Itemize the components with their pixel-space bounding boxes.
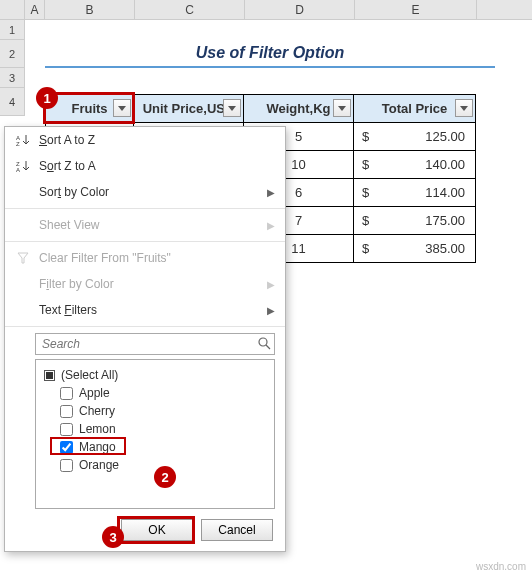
check-item-lemon[interactable]: Lemon bbox=[60, 420, 266, 438]
checkbox[interactable] bbox=[60, 423, 73, 436]
menu-filter-color: Filter by Color ▶ bbox=[5, 271, 285, 297]
clear-filter-icon bbox=[13, 251, 33, 265]
filter-button-total[interactable] bbox=[455, 99, 473, 117]
callout-badge-1: 1 bbox=[36, 87, 58, 109]
svg-line-5 bbox=[266, 345, 270, 349]
menu-text-filters-label: Text Filters bbox=[39, 303, 97, 317]
check-item-label: Orange bbox=[79, 458, 119, 472]
check-item-label: Apple bbox=[79, 386, 110, 400]
header-unit[interactable]: Unit Price,USD bbox=[134, 95, 244, 123]
cell-total[interactable]: $140.00 bbox=[354, 151, 476, 179]
filter-button-unit[interactable] bbox=[223, 99, 241, 117]
menu-clear-filter-label: Clear Filter From "Fruits" bbox=[39, 251, 171, 265]
col-B[interactable]: B bbox=[45, 0, 135, 19]
check-item-apple[interactable]: Apple bbox=[60, 384, 266, 402]
cell-total[interactable]: $175.00 bbox=[354, 207, 476, 235]
menu-text-filters[interactable]: Text Filters ▶ bbox=[5, 297, 285, 323]
cancel-button[interactable]: Cancel bbox=[201, 519, 273, 541]
header-total[interactable]: Total Price bbox=[354, 95, 476, 123]
col-A[interactable]: A bbox=[25, 0, 45, 19]
chevron-right-icon: ▶ bbox=[267, 220, 275, 231]
checkbox[interactable] bbox=[60, 459, 73, 472]
check-select-all[interactable]: (Select All) bbox=[44, 366, 266, 384]
chevron-right-icon: ▶ bbox=[267, 187, 275, 198]
svg-text:A: A bbox=[16, 167, 20, 173]
row-4[interactable]: 4 bbox=[0, 88, 25, 116]
chevron-right-icon: ▶ bbox=[267, 279, 275, 290]
header-weight-label: Weight,Kg bbox=[266, 101, 330, 116]
menu-sort-az[interactable]: AZ Sort A to Z bbox=[5, 127, 285, 153]
callout-badge-3: 3 bbox=[102, 526, 124, 548]
check-item-label: Cherry bbox=[79, 404, 115, 418]
menu-separator bbox=[5, 208, 285, 209]
filter-checklist: (Select All) Apple Cherry Lemon Mango Or… bbox=[35, 359, 275, 509]
watermark: wsxdn.com bbox=[476, 561, 526, 572]
column-headers: A B C D E bbox=[0, 0, 532, 20]
callout-badge-2: 2 bbox=[154, 466, 176, 488]
svg-text:Z: Z bbox=[16, 141, 20, 147]
col-C[interactable]: C bbox=[135, 0, 245, 19]
row-2[interactable]: 2 bbox=[0, 40, 25, 68]
sort-za-icon: ZA bbox=[13, 159, 33, 173]
sort-az-icon: AZ bbox=[13, 133, 33, 147]
menu-clear-filter: Clear Filter From "Fruits" bbox=[5, 245, 285, 271]
filter-button-fruits[interactable] bbox=[113, 99, 131, 117]
row-headers: 1 2 3 4 bbox=[0, 20, 25, 116]
row-1[interactable]: 1 bbox=[0, 20, 25, 40]
checkbox[interactable] bbox=[60, 387, 73, 400]
check-select-all-label: (Select All) bbox=[61, 368, 118, 382]
menu-separator bbox=[5, 326, 285, 327]
col-D[interactable]: D bbox=[245, 0, 355, 19]
check-item-label: Lemon bbox=[79, 422, 116, 436]
menu-sort-za-label: Sort Z to A bbox=[39, 159, 96, 173]
header-total-label: Total Price bbox=[382, 101, 448, 116]
header-unit-label: Unit Price,USD bbox=[143, 101, 235, 116]
cell-total[interactable]: $125.00 bbox=[354, 123, 476, 151]
filter-dropdown-panel: AZ Sort A to Z ZA Sort Z to A Sort by Co… bbox=[4, 126, 286, 552]
search-icon bbox=[257, 336, 271, 353]
check-item-cherry[interactable]: Cherry bbox=[60, 402, 266, 420]
cell-total[interactable]: $385.00 bbox=[354, 235, 476, 263]
chevron-right-icon: ▶ bbox=[267, 305, 275, 316]
col-E[interactable]: E bbox=[355, 0, 477, 19]
menu-sort-color[interactable]: Sort by Color ▶ bbox=[5, 179, 285, 205]
check-item-label: Mango bbox=[79, 440, 116, 454]
cell-total[interactable]: $114.00 bbox=[354, 179, 476, 207]
checkbox[interactable] bbox=[60, 441, 73, 454]
menu-sheet-view-label: Sheet View bbox=[39, 218, 100, 232]
menu-sort-az-label: Sort A to Z bbox=[39, 133, 95, 147]
header-weight[interactable]: Weight,Kg bbox=[244, 95, 354, 123]
svg-point-4 bbox=[259, 338, 267, 346]
menu-sort-color-label: Sort by Color bbox=[39, 185, 109, 199]
filter-search-input[interactable] bbox=[35, 333, 275, 355]
menu-filter-color-label: Filter by Color bbox=[39, 277, 114, 291]
row-3[interactable]: 3 bbox=[0, 68, 25, 88]
checkbox-partial-icon[interactable] bbox=[44, 370, 55, 381]
check-item-mango[interactable]: Mango bbox=[60, 438, 266, 456]
checkbox[interactable] bbox=[60, 405, 73, 418]
select-all-corner[interactable] bbox=[0, 0, 25, 19]
sheet-title: Use of Filter Option bbox=[45, 40, 495, 68]
menu-sheet-view: Sheet View ▶ bbox=[5, 212, 285, 238]
ok-button[interactable]: OK bbox=[121, 519, 193, 541]
filter-button-weight[interactable] bbox=[333, 99, 351, 117]
menu-separator bbox=[5, 241, 285, 242]
header-fruits[interactable]: Fruits bbox=[46, 95, 134, 123]
header-fruits-label: Fruits bbox=[71, 101, 107, 116]
menu-sort-za[interactable]: ZA Sort Z to A bbox=[5, 153, 285, 179]
